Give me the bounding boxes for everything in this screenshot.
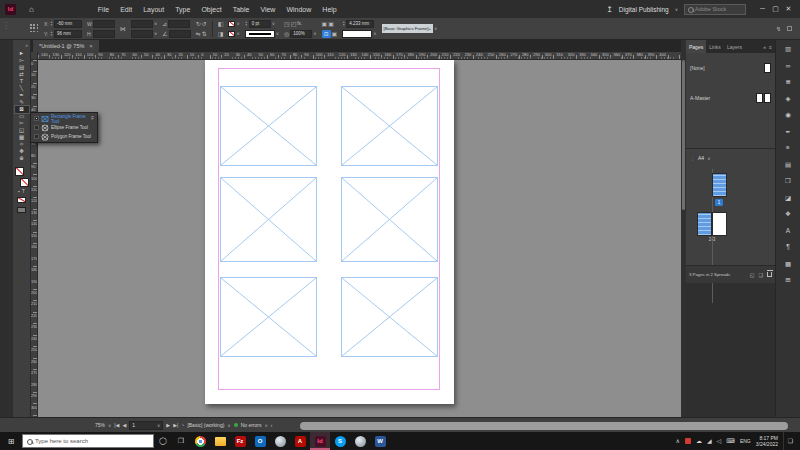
next-page-icon[interactable]: ▶ (166, 422, 170, 428)
rotate-cw-icon[interactable]: ↻ (196, 20, 201, 28)
document-tab[interactable]: *Untitled-1 @ 75% × (33, 40, 99, 52)
page-3-thumbnail[interactable] (712, 212, 727, 236)
defender-icon[interactable] (685, 438, 691, 444)
ruler-origin[interactable] (31, 52, 38, 60)
gpu-performance-icon[interactable]: ↯ (776, 25, 781, 33)
task-view-icon[interactable]: ❐ (172, 437, 190, 445)
touch-keyboard-icon[interactable]: ⌨ (726, 432, 735, 450)
menu-view[interactable]: View (260, 6, 275, 13)
graphics-frame-5[interactable] (220, 277, 317, 357)
y-input[interactable]: 96 mm (54, 30, 82, 38)
panel-collapse-icon[interactable]: « (763, 44, 766, 50)
select-content-icon[interactable]: ◨ (218, 30, 224, 38)
formatting-text-icon[interactable]: T (22, 189, 25, 194)
liquid-layout-icon[interactable]: ✒ (785, 128, 790, 135)
flip-horizontal-icon[interactable]: ⇋ (196, 30, 201, 38)
workspace-switcher[interactable]: Digital Publishing (619, 6, 669, 13)
graphics-frame-6[interactable] (341, 277, 438, 357)
screen-mode-button[interactable] (17, 207, 26, 213)
object-style-dropdown[interactable]: [Basic Graphics Frame]+ (382, 24, 433, 33)
stroke-weight-input[interactable]: 0 pt (249, 20, 271, 28)
tab-close-icon[interactable]: × (89, 43, 93, 49)
clock[interactable]: 8:17 PM 3/24/2022 (756, 435, 778, 448)
zoom-tool[interactable]: ⊕ (15, 155, 29, 162)
menu-file[interactable]: File (98, 6, 109, 13)
h-input[interactable] (93, 30, 115, 38)
page-number-field[interactable]: 1∨ (129, 421, 163, 430)
shear-input[interactable] (169, 30, 191, 38)
corner-shape-icon[interactable]: ◰ (291, 20, 297, 28)
stroke-swatch-none[interactable] (20, 178, 29, 187)
tab-links[interactable]: Links (706, 40, 724, 53)
stock-search-input[interactable]: Adobe Stock (684, 4, 746, 15)
first-page-icon[interactable]: |◀ (114, 422, 119, 428)
menu-type[interactable]: Type (175, 6, 190, 13)
corner-options-icon[interactable]: ◳ (284, 20, 290, 28)
drop-shadow-icon[interactable]: ▣ (328, 20, 334, 28)
links-icon[interactable]: ∞ (786, 62, 791, 69)
publish-icon[interactable] (787, 26, 792, 31)
type-tool[interactable]: T (15, 78, 29, 85)
chevron-down-icon[interactable]: ∨ (272, 21, 275, 26)
direct-selection-tool[interactable]: ▻ (15, 57, 29, 64)
tab-pages[interactable]: Pages (686, 40, 706, 53)
menu-edit[interactable]: Edit (120, 6, 132, 13)
taskbar-app-outlook[interactable]: O (250, 432, 270, 450)
new-page-icon[interactable]: ❏ (759, 272, 763, 278)
taskbar-app-teams[interactable] (350, 432, 370, 450)
pencil-tool[interactable]: ✎ (15, 99, 29, 106)
taskbar-app-acrobat[interactable]: A (290, 432, 310, 450)
preflight-status[interactable]: No errors (241, 422, 262, 428)
fit-frame-button[interactable]: ⊡ (322, 30, 331, 38)
toolbar-collapse-icon[interactable]: » (13, 40, 30, 50)
scale-x-input[interactable] (131, 20, 153, 28)
rectangle-frame-tool[interactable]: ⊠ (15, 106, 29, 113)
hand-tool[interactable]: ✥ (15, 148, 29, 155)
scale-y-input[interactable] (131, 30, 153, 38)
preflight-profile[interactable]: [Basic] (working) (187, 422, 224, 428)
corner-style-dropdown[interactable] (342, 30, 372, 38)
minimize-button[interactable]: ─ (756, 5, 769, 13)
taskbar-app-indesign[interactable]: Id (310, 432, 330, 450)
page-2-thumbnail[interactable] (697, 212, 712, 236)
fill-swatch[interactable] (228, 21, 235, 27)
home-icon[interactable]: ⌂ (29, 5, 34, 14)
w-input[interactable] (93, 20, 115, 28)
blend-icon[interactable]: ▣ (322, 20, 328, 28)
taskbar-app-edge[interactable] (270, 432, 290, 450)
panel-menu-icon[interactable]: ≡ (769, 44, 772, 50)
page-size-preset[interactable]: A4 (698, 155, 704, 161)
page-tool[interactable]: ▤ (15, 64, 29, 71)
gap-tool[interactable]: ⇄ (15, 71, 29, 78)
menu-window[interactable]: Window (286, 6, 311, 13)
stepper-icon[interactable]: ▲▼ (342, 21, 345, 26)
page-1-thumbnail[interactable] (712, 173, 727, 197)
chevron-down-icon[interactable]: ∨ (154, 21, 157, 26)
stroke-type-dropdown[interactable] (245, 30, 275, 38)
pen-tool[interactable]: ✒ (15, 92, 29, 99)
horizontal-scrollbar-thumb[interactable] (300, 422, 788, 430)
page-size-row[interactable]: ⋮ A4 ∨ (686, 152, 775, 164)
menu-help[interactable]: Help (322, 6, 336, 13)
chevron-down-icon[interactable]: ∨ (227, 423, 230, 428)
fill-swatch-none[interactable] (15, 167, 24, 176)
fit-content-icon[interactable]: ▣ (332, 30, 338, 38)
menu-layout[interactable]: Layout (143, 6, 164, 13)
network-icon[interactable]: ◢ (707, 432, 712, 450)
x-input[interactable]: -60 mm (54, 20, 82, 28)
chevron-down-icon[interactable]: ∨ (236, 31, 239, 36)
rotate-ccw-icon[interactable]: ↺ (202, 20, 207, 28)
graphics-frame-4[interactable] (341, 177, 438, 262)
free-transform-tool[interactable]: ◱ (15, 127, 29, 134)
line-tool[interactable]: ╲ (15, 85, 29, 92)
taskbar-app-file-explorer[interactable] (210, 432, 230, 450)
text-wrap-icon[interactable]: ▤ (785, 161, 791, 168)
stroke-icon[interactable]: ≡ (786, 144, 790, 151)
flyout-item-rect-frame-tool[interactable]: Rectangle Frame ToolF (32, 114, 96, 123)
taskbar-app-word[interactable]: W (370, 432, 390, 450)
effects-icon[interactable]: ◪ (785, 194, 791, 201)
master-row-1[interactable]: [None] (686, 61, 775, 75)
menu-object[interactable]: Object (201, 6, 221, 13)
object-styles-icon[interactable]: ❖ (785, 210, 791, 217)
fx-label[interactable]: fx. (297, 21, 302, 26)
